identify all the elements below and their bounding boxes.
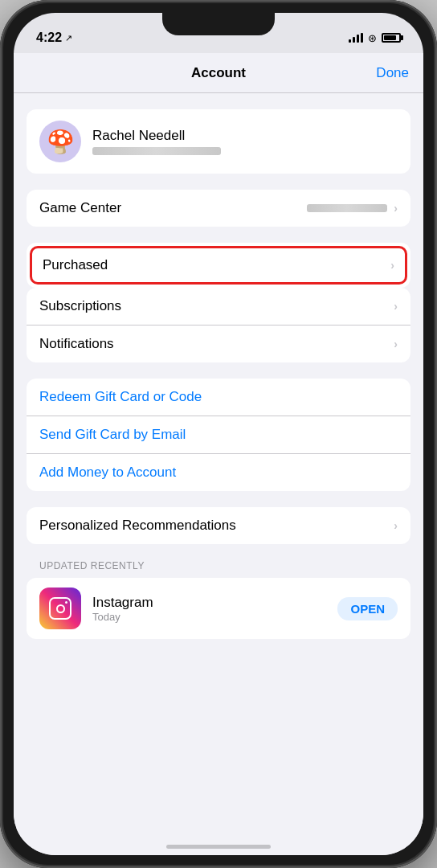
notifications-row[interactable]: Notifications ›	[27, 325, 410, 362]
notifications-chevron-icon: ›	[394, 338, 398, 350]
profile-info: Rachel Needell	[92, 128, 221, 155]
purchased-chevron-icon: ›	[390, 259, 394, 272]
send-gift-card-label: Send Gift Card by Email	[39, 427, 186, 443]
dot-shape	[65, 601, 67, 604]
personalized-section: Personalized Recommendations ›	[27, 507, 410, 544]
add-money-row[interactable]: Add Money to Account	[27, 453, 410, 491]
personalized-label: Personalized Recommendations	[39, 518, 394, 534]
avatar-emoji: 🍄	[47, 129, 75, 155]
open-button[interactable]: OPEN	[337, 597, 398, 620]
camera-shape	[49, 597, 71, 620]
signal-icon	[349, 33, 363, 43]
game-center-value	[307, 204, 387, 212]
lens-shape	[56, 604, 65, 613]
subscriptions-chevron-icon: ›	[394, 300, 398, 313]
instagram-info: Instagram Today	[92, 595, 326, 623]
instagram-row: Instagram Today OPEN	[27, 578, 410, 639]
status-time: 4:22	[36, 31, 62, 45]
battery-icon	[382, 33, 401, 43]
purchased-section: Purchased ›	[27, 243, 410, 288]
updated-recently-section: UPDATED RECENTLY Instagram Today	[27, 560, 410, 639]
done-button[interactable]: Done	[376, 65, 409, 81]
wifi-icon: ⊛	[368, 32, 377, 44]
personalized-row[interactable]: Personalized Recommendations ›	[27, 507, 410, 544]
personalized-chevron-icon: ›	[394, 519, 398, 532]
status-icons: ⊛	[349, 32, 401, 44]
profile-section: 🍄 Rachel Needell	[27, 109, 410, 174]
main-menu-section: Purchased › Subscriptions › Notification…	[27, 243, 410, 362]
phone-screen: 4:22 ↗ ⊛ Account Done	[14, 13, 423, 855]
subscriptions-label: Subscriptions	[39, 298, 394, 314]
home-indicator	[166, 845, 271, 849]
profile-name: Rachel Needell	[92, 128, 221, 144]
redeem-gift-card-label: Redeem Gift Card or Code	[39, 389, 202, 405]
send-gift-card-row[interactable]: Send Gift Card by Email	[27, 416, 410, 453]
purchased-row[interactable]: Purchased ›	[30, 246, 407, 285]
profile-email	[92, 147, 221, 155]
notifications-label: Notifications	[39, 336, 394, 352]
subscriptions-row[interactable]: Subscriptions ›	[27, 288, 410, 325]
game-center-label: Game Center	[39, 200, 307, 216]
location-arrow-icon: ↗	[65, 33, 72, 43]
add-money-label: Add Money to Account	[39, 465, 176, 481]
nav-bar: Account Done	[14, 53, 423, 93]
updated-recently-header: UPDATED RECENTLY	[27, 560, 410, 578]
subscriptions-notifications-section: Subscriptions › Notifications ›	[27, 288, 410, 362]
phone-frame: 4:22 ↗ ⊛ Account Done	[0, 0, 437, 868]
profile-row[interactable]: 🍄 Rachel Needell	[27, 109, 410, 174]
instagram-name: Instagram	[92, 595, 326, 611]
instagram-date: Today	[92, 611, 326, 623]
notch	[162, 13, 275, 35]
chevron-icon: ›	[394, 202, 398, 215]
screen-content: Account Done 🍄 Rachel Needell	[14, 53, 423, 855]
scroll-area: 🍄 Rachel Needell Game Center ›	[14, 93, 423, 655]
instagram-icon	[39, 588, 81, 629]
game-center-section: Game Center ›	[27, 190, 410, 227]
gift-card-section: Redeem Gift Card or Code Send Gift Card …	[27, 379, 410, 491]
game-center-row[interactable]: Game Center ›	[27, 190, 410, 227]
redeem-gift-card-row[interactable]: Redeem Gift Card or Code	[27, 379, 410, 416]
purchased-label: Purchased	[43, 257, 390, 273]
nav-title: Account	[191, 65, 246, 81]
avatar: 🍄	[39, 121, 81, 162]
